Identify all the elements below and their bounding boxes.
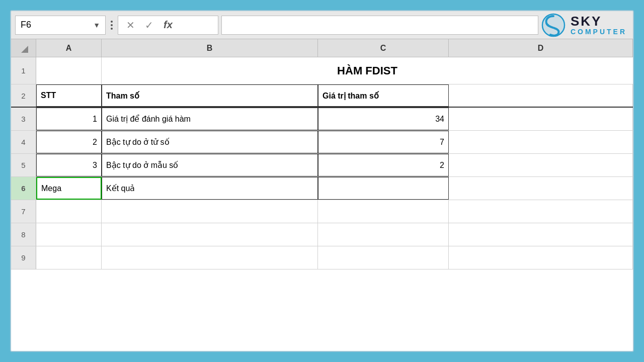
cell-3d[interactable] bbox=[449, 108, 633, 130]
excel-window: F6 ▼ ✕ ✓ fx SKY COMPUTER bbox=[10, 10, 634, 352]
name-box-value: F6 bbox=[21, 20, 31, 30]
row-number: 3 bbox=[11, 108, 36, 130]
cell-6b[interactable]: Kết quả bbox=[102, 177, 318, 200]
cell-6a[interactable]: Mega bbox=[36, 177, 102, 200]
cell-4d[interactable] bbox=[449, 131, 633, 153]
table-row: 5 3 Bậc tự do ở mẫu số 2 bbox=[11, 154, 633, 177]
cancel-formula-button[interactable]: ✕ bbox=[126, 19, 135, 31]
row-number: 5 bbox=[11, 154, 36, 176]
rows-container[interactable]: 1 HÀM FDIST 2 STT Tham số Giá trị tham s… bbox=[11, 57, 633, 351]
table-row: 9 bbox=[11, 246, 633, 269]
dots-menu-button[interactable] bbox=[109, 21, 115, 30]
sky-logo-icon bbox=[541, 13, 566, 37]
formula-bar: F6 ▼ ✕ ✓ fx SKY COMPUTER bbox=[11, 11, 633, 39]
cell-5d[interactable] bbox=[449, 154, 633, 176]
col-header-d: D bbox=[449, 39, 633, 57]
col-header-c: C bbox=[318, 39, 449, 57]
row-number: 8 bbox=[11, 223, 36, 246]
cell-1a[interactable] bbox=[36, 57, 102, 84]
fx-icon: fx bbox=[164, 19, 173, 31]
cell-title: HÀM FDIST bbox=[102, 57, 633, 84]
cell-8a[interactable] bbox=[36, 223, 102, 246]
sky-logo-text: SKY COMPUTER bbox=[571, 14, 627, 36]
cell-2a[interactable]: STT bbox=[36, 84, 102, 107]
cell-7b[interactable] bbox=[102, 200, 318, 223]
cell-2d[interactable] bbox=[449, 84, 633, 107]
cell-6c[interactable] bbox=[318, 177, 449, 200]
cell-9d[interactable] bbox=[449, 246, 633, 269]
table-row: 1 HÀM FDIST bbox=[11, 57, 633, 84]
col-header-b: B bbox=[102, 39, 318, 57]
table-row: 7 bbox=[11, 200, 633, 223]
table-row: 2 STT Tham số Giá trị tham số bbox=[11, 84, 633, 108]
col-header-a: A bbox=[36, 39, 102, 57]
cell-4c[interactable]: 7 bbox=[318, 131, 449, 153]
table-row: 4 2 Bậc tự do ở tử số 7 bbox=[11, 131, 633, 154]
row-number: 6 bbox=[11, 177, 36, 200]
column-headers: A B C D bbox=[11, 39, 633, 57]
cell-7d[interactable] bbox=[449, 200, 633, 223]
cell-5b[interactable]: Bậc tự do ở mẫu số bbox=[102, 154, 318, 176]
select-all-icon bbox=[21, 46, 28, 53]
table-row: 8 bbox=[11, 223, 633, 246]
cell-7c[interactable] bbox=[318, 200, 449, 223]
cell-9c[interactable] bbox=[318, 246, 449, 269]
computer-label: COMPUTER bbox=[571, 28, 627, 36]
name-box-dropdown-icon[interactable]: ▼ bbox=[93, 21, 100, 29]
cell-7a[interactable] bbox=[36, 200, 102, 223]
cell-5a[interactable]: 3 bbox=[36, 154, 102, 176]
formula-input[interactable] bbox=[221, 16, 538, 35]
formula-controls: ✕ ✓ fx bbox=[118, 16, 218, 35]
row-number: 1 bbox=[11, 57, 36, 84]
table-row: 3 1 Giá trị để đánh giá hàm 34 bbox=[11, 108, 633, 131]
name-box[interactable]: F6 ▼ bbox=[15, 16, 106, 35]
cell-8c[interactable] bbox=[318, 223, 449, 246]
table-row: 6 Mega Kết quả bbox=[11, 177, 633, 200]
cell-3c[interactable]: 34 bbox=[318, 108, 449, 130]
cell-2b[interactable]: Tham số bbox=[102, 84, 318, 107]
row-number: 9 bbox=[11, 246, 36, 269]
sky-computer-logo: SKY COMPUTER bbox=[541, 13, 629, 37]
spreadsheet: A B C D 1 HÀM FDIST 2 STT Tham số Giá tr… bbox=[11, 39, 633, 351]
cell-8b[interactable] bbox=[102, 223, 318, 246]
confirm-formula-button[interactable]: ✓ bbox=[145, 19, 153, 31]
cell-3b[interactable]: Giá trị để đánh giá hàm bbox=[102, 108, 318, 130]
cell-8d[interactable] bbox=[449, 223, 633, 246]
row-number: 2 bbox=[11, 84, 36, 107]
corner-cell[interactable] bbox=[11, 39, 36, 57]
row-number: 4 bbox=[11, 131, 36, 153]
sky-label: SKY bbox=[571, 14, 627, 29]
cell-3a[interactable]: 1 bbox=[36, 108, 102, 130]
cell-9b[interactable] bbox=[102, 246, 318, 269]
cell-6d[interactable] bbox=[449, 177, 633, 200]
row-number: 7 bbox=[11, 200, 36, 223]
cell-4b[interactable]: Bậc tự do ở tử số bbox=[102, 131, 318, 153]
cell-2c[interactable]: Giá trị tham số bbox=[318, 84, 449, 107]
cell-9a[interactable] bbox=[36, 246, 102, 269]
cell-4a[interactable]: 2 bbox=[36, 131, 102, 153]
cell-5c[interactable]: 2 bbox=[318, 154, 449, 176]
